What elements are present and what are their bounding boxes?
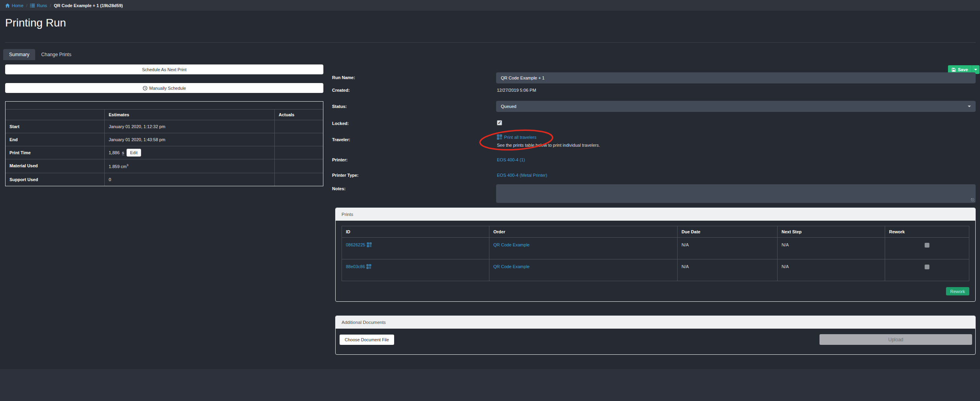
footer-strip xyxy=(0,369,980,401)
run-name-input[interactable] xyxy=(496,72,976,83)
actuals-column-header: Actuals xyxy=(274,110,323,120)
edit-print-time-button[interactable]: Edit xyxy=(127,149,141,157)
row-label: Support Used xyxy=(6,173,104,186)
due-date-column-header: Due Date xyxy=(677,226,777,237)
printer-type-label: Printer Type: xyxy=(332,173,359,178)
locked-label: Locked: xyxy=(332,121,349,126)
rework-column-header: Rework xyxy=(885,226,969,237)
estimate-value: January 01 2020, 1:43:58 pm xyxy=(104,133,274,146)
material-used-value: 1.859 cm xyxy=(109,164,127,169)
qr-code-icon xyxy=(366,264,371,269)
prints-table: ID Order Due Date Next Step Rework 08626… xyxy=(342,226,969,281)
row-label: End xyxy=(6,133,104,146)
clock-icon xyxy=(143,86,147,91)
order-column-header: Order xyxy=(489,226,677,237)
qr-code-icon xyxy=(367,242,372,247)
save-label: Save xyxy=(958,67,968,72)
locked-checkbox[interactable] xyxy=(497,120,502,125)
save-icon xyxy=(952,68,956,72)
textarea-resize-handle[interactable] xyxy=(971,198,974,202)
due-date-value: N/A xyxy=(677,259,777,281)
status-selected-value: Queued xyxy=(501,104,516,109)
print-id-text: 08626225 xyxy=(346,242,365,247)
rework-button[interactable]: Rework xyxy=(946,287,969,295)
due-date-value: N/A xyxy=(677,238,777,259)
schedule-next-label: Schedule As Next Print xyxy=(142,67,187,72)
next-step-value: N/A xyxy=(777,238,885,259)
estimates-table-header-row: Estimates Actuals xyxy=(6,110,323,120)
manually-schedule-label: Manually Schedule xyxy=(149,86,186,91)
annotation-ellipse xyxy=(478,129,555,152)
breadcrumb-runs-link[interactable]: Runs xyxy=(30,3,47,8)
print-all-travelers-label: Print all travelers xyxy=(504,135,536,140)
printer-label: Printer: xyxy=(332,157,347,162)
tab-bar: Summary Change Prints xyxy=(3,49,77,60)
additional-documents-panel: Additional Documents Choose Document Fil… xyxy=(335,316,976,355)
table-row-start: Start January 01 2020, 1:12:32 pm xyxy=(6,120,323,133)
print-all-travelers-link[interactable]: Print all travelers xyxy=(497,134,536,140)
breadcrumb-separator: / xyxy=(50,3,51,8)
run-name-label: Run Name: xyxy=(332,75,355,80)
table-row-support-used: Support Used 0 xyxy=(6,173,323,186)
table-row: 08626225 QR Code Example N/A N/A xyxy=(342,237,969,259)
actual-value xyxy=(274,173,323,186)
schedule-as-next-print-button[interactable]: Schedule As Next Print xyxy=(5,64,323,74)
prints-panel-heading: Prints xyxy=(336,208,975,221)
additional-documents-heading: Additional Documents xyxy=(336,316,975,329)
manually-schedule-button[interactable]: Manually Schedule xyxy=(5,83,323,93)
notes-textarea[interactable] xyxy=(496,184,976,203)
row-label: Material Used xyxy=(6,159,104,173)
estimates-table-empty-row xyxy=(6,102,323,110)
traveler-label: Traveler: xyxy=(332,137,350,142)
support-used-value: 0 xyxy=(104,173,274,186)
page-title: Printing Run xyxy=(5,17,66,29)
breadcrumb-current: QR Code Example + 1 (19b28d59) xyxy=(54,3,123,8)
row-label: Print Time xyxy=(6,146,104,159)
printer-link[interactable]: EOS 400-4 (1) xyxy=(497,157,525,162)
order-link[interactable]: QR Code Example xyxy=(493,242,530,247)
tab-summary[interactable]: Summary xyxy=(3,49,35,60)
prints-panel: Prints ID Order Due Date Next Step Rewor… xyxy=(335,208,976,302)
id-column-header: ID xyxy=(342,226,489,237)
upload-button[interactable]: Upload xyxy=(819,334,972,345)
printer-type-link[interactable]: EOS 400-4 (Metal Printer) xyxy=(497,173,547,178)
actual-value xyxy=(274,159,323,173)
estimate-value: January 01 2020, 1:12:32 pm xyxy=(104,120,274,133)
table-row-print-time: Print Time 1,886 s Edit xyxy=(6,146,323,159)
print-id-text: 88e03c86 xyxy=(346,264,365,269)
status-label: Status: xyxy=(332,104,347,109)
print-id-link[interactable]: 88e03c86 xyxy=(346,264,371,269)
notes-label: Notes: xyxy=(332,186,346,191)
next-step-value: N/A xyxy=(777,259,885,281)
estimates-column-header: Estimates xyxy=(104,110,274,120)
tab-change-prints[interactable]: Change Prints xyxy=(35,49,77,60)
home-icon xyxy=(5,3,10,8)
rework-checkbox[interactable] xyxy=(925,265,929,269)
estimates-table: Estimates Actuals Start January 01 2020,… xyxy=(5,101,323,186)
chevron-down-icon xyxy=(974,69,977,72)
qr-code-icon xyxy=(497,134,502,140)
breadcrumb-home-label: Home xyxy=(12,3,23,8)
next-step-column-header: Next Step xyxy=(777,226,885,237)
actual-value xyxy=(274,120,323,133)
rework-checkbox[interactable] xyxy=(925,243,929,248)
table-row-end: End January 01 2020, 1:43:58 pm xyxy=(6,133,323,146)
row-label: Start xyxy=(6,120,104,133)
choose-document-file-button[interactable]: Choose Document File xyxy=(340,335,394,345)
title-divider xyxy=(5,42,976,43)
actual-value xyxy=(274,133,323,146)
chevron-down-icon xyxy=(968,106,971,109)
prints-table-header-row: ID Order Due Date Next Step Rework xyxy=(342,226,969,237)
breadcrumb-home-link[interactable]: Home xyxy=(5,3,23,8)
print-time-unit: s xyxy=(122,150,125,155)
status-select[interactable]: Queued xyxy=(496,101,976,112)
print-id-link[interactable]: 08626225 xyxy=(346,242,372,247)
breadcrumb: Home / Runs / QR Code Example + 1 (19b28… xyxy=(0,0,980,11)
material-used-exponent: 3 xyxy=(127,163,128,167)
print-time-value: 1,886 xyxy=(109,150,120,155)
traveler-caption: See the prints table below to print indi… xyxy=(497,143,600,148)
breadcrumb-runs-label: Runs xyxy=(37,3,47,8)
list-icon xyxy=(30,3,35,8)
created-label: Created: xyxy=(332,88,350,93)
order-link[interactable]: QR Code Example xyxy=(493,264,530,269)
